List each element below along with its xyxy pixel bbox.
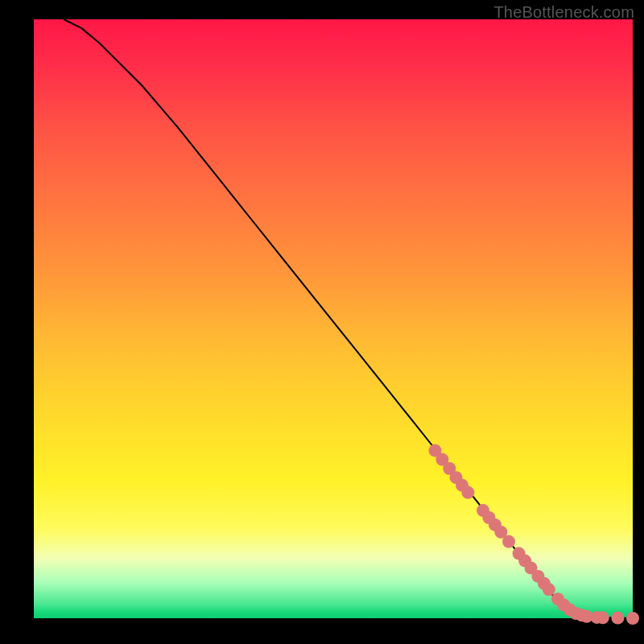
- curve-line: [64, 19, 633, 618]
- curve-marker: [502, 535, 515, 548]
- curve-marker: [461, 486, 474, 499]
- curve-markers: [429, 444, 640, 625]
- curve-marker: [543, 583, 555, 596]
- curve-marker: [626, 612, 639, 625]
- chart-svg: [34, 19, 633, 618]
- curve-marker: [597, 611, 609, 624]
- curve-marker: [611, 612, 624, 625]
- chart-plot-area: [34, 19, 633, 618]
